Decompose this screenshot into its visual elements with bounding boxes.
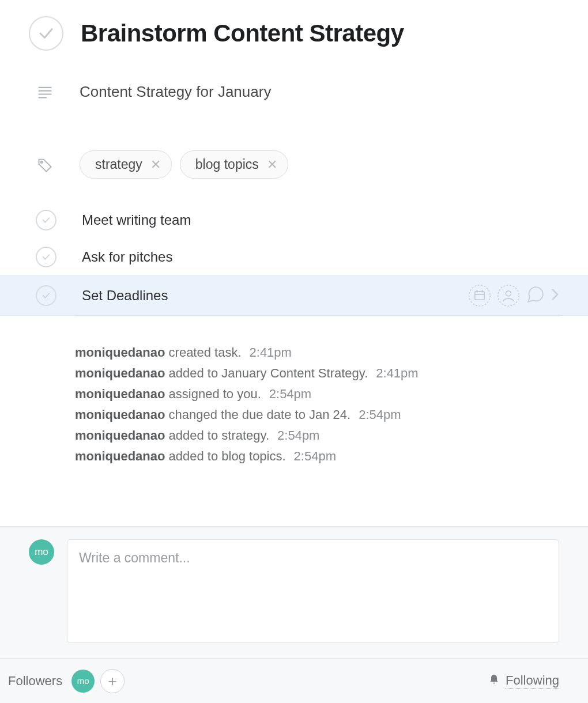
subtask-row[interactable]: Ask for pitches <box>29 239 559 275</box>
activity-time: 2:54pm <box>359 407 401 422</box>
divider <box>75 316 559 316</box>
activity-user: moniquedanao <box>75 428 165 443</box>
close-icon[interactable]: ✕ <box>267 158 277 171</box>
subtask-complete-toggle[interactable] <box>36 210 56 230</box>
svg-point-10 <box>498 285 519 306</box>
subtask-label: Set Deadlines <box>82 288 168 304</box>
task-complete-toggle[interactable] <box>29 16 63 51</box>
activity-entry: moniquedanao created task.2:41pm <box>75 343 559 362</box>
activity-entry: moniquedanao added to January Content St… <box>75 364 559 383</box>
chevron-right-icon[interactable] <box>551 288 559 303</box>
tag-pill[interactable]: strategy✕ <box>80 150 172 179</box>
activity-entry: moniquedanao added to strategy.2:54pm <box>75 426 559 445</box>
activity-text: created task. <box>165 345 241 360</box>
following-label: Following <box>506 673 559 689</box>
subtask-complete-toggle[interactable] <box>36 247 56 267</box>
svg-rect-6 <box>475 292 484 300</box>
subtask-actions <box>468 284 559 307</box>
footer-bar: Followers mo + Following <box>0 658 588 703</box>
activity-user: moniquedanao <box>75 449 165 463</box>
follower-avatar[interactable]: mo <box>71 670 95 693</box>
activity-text: changed the due date to Jan 24. <box>165 407 350 422</box>
comment-section: mo Write a comment... <box>0 526 588 658</box>
assignee-icon[interactable] <box>497 284 520 307</box>
project-name[interactable]: Content Strategy for January <box>80 83 271 101</box>
subtask-label: Ask for pitches <box>82 249 172 265</box>
activity-user: moniquedanao <box>75 345 165 360</box>
due-date-icon[interactable] <box>468 284 491 307</box>
comment-input[interactable]: Write a comment... <box>67 539 559 643</box>
task-title[interactable]: Brainstorm Content Strategy <box>81 20 404 47</box>
tag-pill[interactable]: blog topics✕ <box>180 150 288 179</box>
activity-entry: moniquedanao added to blog topics.2:54pm <box>75 447 559 466</box>
description-icon <box>29 84 61 100</box>
activity-user: moniquedanao <box>75 407 165 422</box>
activity-text: assigned to you. <box>165 387 261 401</box>
activity-entry: moniquedanao changed the due date to Jan… <box>75 405 559 425</box>
activity-time: 2:41pm <box>250 345 292 360</box>
svg-point-11 <box>506 291 511 296</box>
svg-point-4 <box>41 161 43 162</box>
activity-user: moniquedanao <box>75 366 165 380</box>
plus-icon: + <box>108 674 117 689</box>
activity-user: moniquedanao <box>75 387 165 401</box>
add-follower-button[interactable]: + <box>100 669 125 693</box>
activity-time: 2:41pm <box>376 366 418 380</box>
following-toggle[interactable]: Following <box>488 673 559 689</box>
activity-log: moniquedanao created task.2:41pmmoniqued… <box>75 343 559 467</box>
svg-point-5 <box>469 285 490 306</box>
activity-entry: moniquedanao assigned to you.2:54pm <box>75 384 559 404</box>
avatar: mo <box>29 539 54 565</box>
tag-label: strategy <box>95 157 142 172</box>
subtask-complete-toggle[interactable] <box>36 285 56 306</box>
bell-icon <box>488 673 500 689</box>
activity-text: added to strategy. <box>165 428 269 443</box>
followers-label: Followers <box>8 674 62 689</box>
activity-time: 2:54pm <box>269 387 311 401</box>
tags-list: strategy✕blog topics✕ <box>80 150 288 179</box>
tag-label: blog topics <box>195 157 259 172</box>
activity-text: added to January Content Strategy. <box>165 366 368 380</box>
activity-text: added to blog topics. <box>165 449 285 463</box>
subtasks-list: Meet writing teamAsk for pitchesSet Dead… <box>29 202 559 316</box>
activity-time: 2:54pm <box>277 428 319 443</box>
subtask-row[interactable]: Set Deadlines <box>0 275 588 316</box>
comment-icon[interactable] <box>526 285 545 307</box>
subtask-label: Meet writing team <box>82 212 191 228</box>
subtask-row[interactable]: Meet writing team <box>29 202 559 239</box>
activity-time: 2:54pm <box>294 449 336 463</box>
close-icon[interactable]: ✕ <box>150 158 161 171</box>
tag-icon <box>29 157 61 173</box>
